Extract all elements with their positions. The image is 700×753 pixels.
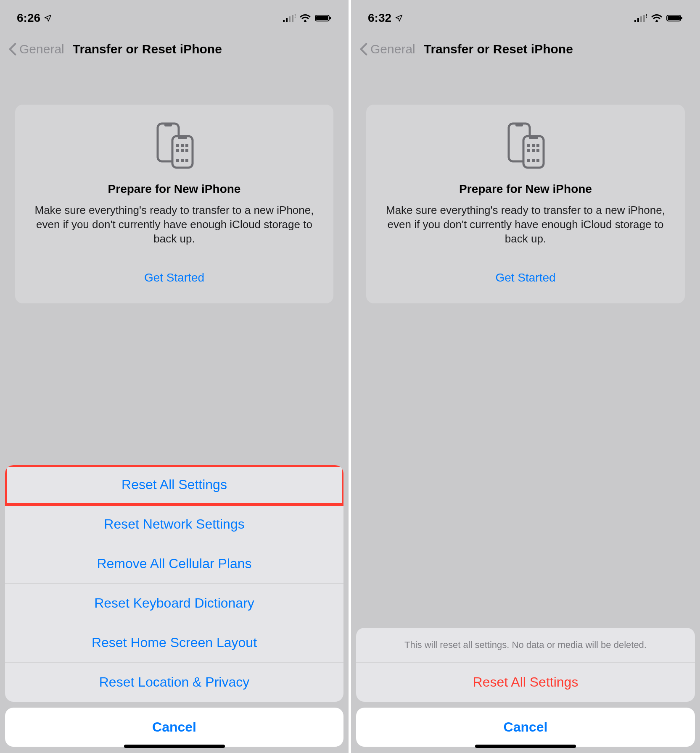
wifi-icon bbox=[651, 14, 662, 22]
wifi-icon bbox=[300, 14, 311, 22]
svg-rect-38 bbox=[527, 149, 530, 152]
confirmation-sheet: This will reset all settings. No data or… bbox=[356, 628, 695, 747]
get-started-link[interactable]: Get Started bbox=[32, 271, 317, 284]
page-title: Transfer or Reset iPhone bbox=[73, 42, 222, 56]
svg-rect-10 bbox=[164, 124, 172, 126]
status-left: 6:26 bbox=[17, 11, 52, 25]
svg-rect-29 bbox=[668, 16, 680, 20]
page-title: Transfer or Reset iPhone bbox=[424, 42, 573, 56]
svg-rect-14 bbox=[181, 144, 184, 147]
cellular-signal-icon: ! bbox=[283, 14, 296, 22]
phone-screenshot-left: 6:26 ! bbox=[0, 0, 350, 753]
chevron-left-icon bbox=[359, 42, 368, 56]
svg-rect-37 bbox=[536, 144, 539, 147]
get-started-link[interactable]: Get Started bbox=[383, 271, 668, 284]
svg-rect-3 bbox=[292, 15, 293, 22]
svg-rect-43 bbox=[536, 159, 539, 162]
svg-rect-42 bbox=[532, 159, 535, 162]
chevron-left-icon bbox=[8, 42, 17, 56]
svg-rect-17 bbox=[181, 149, 184, 152]
back-button[interactable]: General bbox=[359, 42, 415, 56]
card-title: Prepare for New iPhone bbox=[32, 182, 317, 196]
svg-text:!: ! bbox=[294, 14, 296, 18]
action-sheet: Reset All Settings Reset Network Setting… bbox=[5, 465, 343, 747]
sheet-options-group: Reset All Settings Reset Network Setting… bbox=[5, 465, 343, 702]
svg-rect-41 bbox=[527, 159, 530, 162]
status-right: ! bbox=[283, 14, 332, 22]
svg-rect-35 bbox=[527, 144, 530, 147]
nav-bar: General Transfer or Reset iPhone bbox=[0, 34, 349, 69]
svg-rect-39 bbox=[532, 149, 535, 152]
location-icon bbox=[395, 14, 403, 22]
svg-rect-25 bbox=[643, 15, 645, 22]
svg-rect-12 bbox=[178, 136, 187, 139]
status-bar: 6:32 ! bbox=[351, 0, 700, 34]
back-button[interactable]: General bbox=[8, 42, 64, 56]
svg-rect-21 bbox=[185, 159, 188, 162]
svg-rect-30 bbox=[681, 17, 682, 19]
svg-rect-32 bbox=[515, 124, 523, 126]
svg-text:!: ! bbox=[646, 14, 647, 18]
svg-rect-40 bbox=[536, 149, 539, 152]
svg-rect-16 bbox=[176, 149, 179, 152]
nav-bar: General Transfer or Reset iPhone bbox=[351, 34, 700, 69]
cancel-button[interactable]: Cancel bbox=[356, 708, 695, 747]
phone-screenshot-right: 6:32 ! bbox=[350, 0, 700, 753]
devices-icon bbox=[32, 121, 317, 170]
svg-rect-7 bbox=[316, 16, 328, 20]
card-title: Prepare for New iPhone bbox=[383, 182, 668, 196]
option-remove-cellular-plans[interactable]: Remove All Cellular Plans bbox=[5, 544, 343, 584]
status-time: 6:32 bbox=[368, 11, 391, 25]
home-indicator[interactable] bbox=[124, 745, 225, 748]
card-description: Make sure everything's ready to transfer… bbox=[383, 203, 668, 246]
cancel-button[interactable]: Cancel bbox=[5, 708, 343, 747]
sheet-header-text: This will reset all settings. No data or… bbox=[356, 628, 695, 663]
status-bar: 6:26 ! bbox=[0, 0, 349, 34]
option-reset-keyboard-dictionary[interactable]: Reset Keyboard Dictionary bbox=[5, 584, 343, 623]
svg-rect-15 bbox=[185, 144, 188, 147]
svg-rect-0 bbox=[283, 20, 285, 22]
svg-rect-1 bbox=[286, 18, 288, 22]
option-reset-network-settings[interactable]: Reset Network Settings bbox=[5, 505, 343, 544]
prepare-card: Prepare for New iPhone Make sure everyth… bbox=[366, 105, 685, 303]
svg-rect-34 bbox=[529, 136, 538, 139]
battery-icon bbox=[315, 14, 332, 22]
card-description: Make sure everything's ready to transfer… bbox=[32, 203, 317, 246]
option-reset-home-screen-layout[interactable]: Reset Home Screen Layout bbox=[5, 623, 343, 663]
back-label: General bbox=[370, 42, 415, 56]
cellular-signal-icon: ! bbox=[634, 14, 647, 22]
svg-rect-18 bbox=[185, 149, 188, 152]
confirm-reset-all-settings[interactable]: Reset All Settings bbox=[356, 663, 695, 702]
svg-rect-2 bbox=[289, 16, 291, 22]
svg-point-27 bbox=[656, 19, 658, 21]
location-icon bbox=[44, 14, 52, 22]
svg-rect-8 bbox=[330, 17, 331, 19]
svg-rect-23 bbox=[637, 18, 639, 22]
svg-rect-36 bbox=[532, 144, 535, 147]
prepare-card: Prepare for New iPhone Make sure everyth… bbox=[15, 105, 333, 303]
option-reset-location-privacy[interactable]: Reset Location & Privacy bbox=[5, 663, 343, 702]
battery-icon bbox=[666, 14, 683, 22]
status-left: 6:32 bbox=[368, 11, 403, 25]
status-time: 6:26 bbox=[17, 11, 40, 25]
home-indicator[interactable] bbox=[475, 745, 576, 748]
sheet-confirm-group: This will reset all settings. No data or… bbox=[356, 628, 695, 702]
svg-rect-24 bbox=[640, 16, 642, 22]
devices-icon bbox=[383, 121, 668, 170]
svg-rect-20 bbox=[181, 159, 184, 162]
svg-rect-13 bbox=[176, 144, 179, 147]
back-label: General bbox=[19, 42, 64, 56]
svg-rect-19 bbox=[176, 159, 179, 162]
status-right: ! bbox=[634, 14, 683, 22]
option-reset-all-settings[interactable]: Reset All Settings bbox=[5, 465, 343, 505]
svg-point-5 bbox=[304, 19, 306, 21]
svg-rect-22 bbox=[634, 20, 636, 22]
